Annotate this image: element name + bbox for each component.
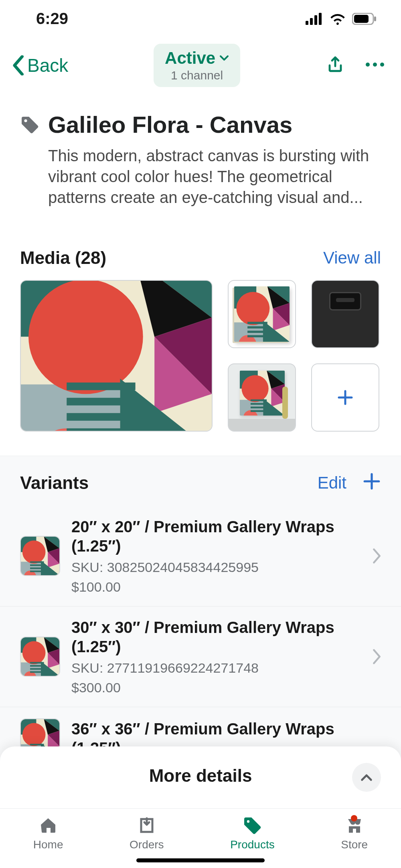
variant-price: $300.00 — [71, 680, 361, 696]
artwork-image — [234, 286, 290, 342]
product-title: Galileo Flora - Canvas — [48, 111, 292, 138]
status-pill-label: Active — [165, 49, 215, 68]
svg-point-23 — [380, 63, 384, 67]
plus-icon — [336, 389, 354, 406]
orders-icon — [137, 816, 156, 835]
home-icon — [38, 816, 58, 835]
battery-icon — [352, 13, 377, 25]
svg-rect-16 — [314, 15, 317, 25]
media-thumb-3[interactable] — [311, 280, 379, 348]
media-thumb-4[interactable] — [228, 363, 296, 432]
media-thumb-2[interactable] — [228, 280, 296, 348]
status-indicators — [306, 12, 377, 25]
variants-add[interactable] — [363, 472, 381, 494]
svg-rect-14 — [306, 21, 308, 25]
svg-rect-20 — [374, 16, 376, 21]
media-heading: Media (28) — [20, 248, 106, 268]
svg-rect-17 — [319, 13, 322, 25]
plus-icon — [363, 472, 381, 491]
app-header: Back Active 1 channel — [0, 32, 401, 99]
tab-orders[interactable]: Orders — [130, 816, 164, 851]
hanger-icon — [329, 292, 361, 310]
more-details-panel[interactable]: More details — [0, 746, 401, 809]
media-view-all[interactable]: View all — [323, 248, 381, 268]
add-media-button[interactable] — [311, 363, 379, 432]
variants-heading: Variants — [20, 473, 89, 493]
back-button[interactable]: Back — [12, 55, 68, 76]
share-button[interactable] — [326, 55, 345, 76]
tab-label: Store — [341, 838, 368, 851]
media-thumb-main[interactable] — [20, 280, 213, 432]
chevron-right-icon — [372, 548, 381, 564]
variant-price: $100.00 — [71, 579, 361, 595]
back-label: Back — [27, 55, 68, 76]
tab-label: Orders — [130, 838, 164, 851]
cellular-icon — [306, 13, 323, 25]
status-pill[interactable]: Active 1 channel — [154, 44, 240, 87]
svg-point-24 — [24, 119, 27, 122]
share-icon — [326, 55, 345, 74]
variant-sku: SKU: 27711919669224271748 — [71, 660, 361, 676]
more-button[interactable] — [365, 62, 385, 69]
variant-sku: SKU: 30825024045834425995 — [71, 560, 361, 575]
wifi-icon — [329, 12, 346, 25]
tab-home[interactable]: Home — [33, 816, 63, 851]
svg-point-22 — [373, 63, 377, 67]
status-bar: 6:29 — [0, 0, 401, 32]
chevron-left-icon — [12, 55, 24, 75]
status-time: 6:29 — [36, 10, 68, 28]
tab-label: Products — [230, 838, 275, 851]
variant-title: 30″ x 30″ / Premium Gallery Wraps (1.25″… — [71, 618, 361, 656]
home-indicator — [136, 858, 265, 862]
more-details-label: More details — [149, 766, 252, 786]
status-pill-sub: 1 channel — [165, 69, 229, 82]
variant-title: 20″ x 20″ / Premium Gallery Wraps (1.25″… — [71, 517, 361, 556]
svg-rect-19 — [354, 15, 369, 23]
variant-row[interactable]: 30″ x 30″ / Premium Gallery Wraps (1.25″… — [0, 606, 401, 707]
chevron-up-icon — [360, 773, 373, 781]
ellipsis-icon — [365, 62, 385, 67]
collapse-button[interactable] — [352, 763, 381, 792]
tab-products[interactable]: Products — [230, 816, 275, 851]
media-grid — [0, 268, 401, 456]
products-icon — [243, 816, 262, 835]
chevron-down-icon — [219, 55, 229, 61]
svg-point-25 — [247, 820, 249, 823]
svg-rect-15 — [310, 18, 313, 25]
artwork-image — [21, 281, 212, 431]
chevron-right-icon — [372, 649, 381, 664]
tag-icon — [20, 115, 39, 134]
tab-store[interactable]: Store — [341, 816, 368, 851]
variant-row[interactable]: 20″ x 20″ / Premium Gallery Wraps (1.25″… — [0, 506, 401, 606]
tab-label: Home — [33, 838, 63, 851]
artwork-image — [240, 371, 285, 416]
product-description: This modern, abstract canvas is bursting… — [20, 145, 381, 208]
svg-point-21 — [366, 63, 370, 67]
variants-edit[interactable]: Edit — [318, 473, 346, 493]
